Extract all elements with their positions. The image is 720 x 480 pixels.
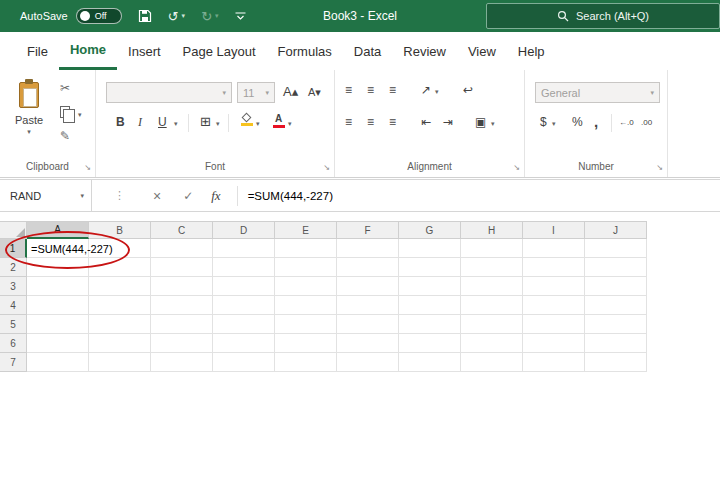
cell-C6[interactable] [151,334,213,353]
orientation-dropdown-icon[interactable]: ▾ [435,88,439,96]
autosave-toggle[interactable]: Off [76,8,122,24]
cell-C3[interactable] [151,277,213,296]
tab-data[interactable]: Data [343,32,392,70]
cell-C2[interactable] [151,258,213,277]
merge-dropdown-icon[interactable]: ▾ [491,120,495,128]
cell-C5[interactable] [151,315,213,334]
number-dialog-launcher-icon[interactable]: ↘ [656,163,663,172]
align-right-icon[interactable]: ≡ [389,116,396,128]
undo-dropdown-icon[interactable]: ▾ [182,12,186,20]
cell-E4[interactable] [275,296,337,315]
cell-I1[interactable] [523,239,585,258]
cell-G3[interactable] [399,277,461,296]
paste-button[interactable]: Paste ▾ [8,78,50,156]
paste-dropdown-icon[interactable]: ▾ [27,128,31,136]
cell-I6[interactable] [523,334,585,353]
column-header-C[interactable]: C [151,221,213,239]
cell-F6[interactable] [337,334,399,353]
cell-F7[interactable] [337,353,399,372]
align-center-icon[interactable]: ≡ [367,116,374,128]
save-icon[interactable] [138,9,152,23]
align-left-icon[interactable]: ≡ [345,116,352,128]
tab-insert[interactable]: Insert [117,32,172,70]
decrease-indent-icon[interactable]: ⇤ [421,116,431,128]
currency-format-icon[interactable]: $ [540,116,547,128]
cell-C7[interactable] [151,353,213,372]
tab-review[interactable]: Review [392,32,457,70]
tab-page-layout[interactable]: Page Layout [172,32,267,70]
confirm-entry-icon[interactable]: ✓ [183,189,193,203]
row-header-4[interactable]: 4 [0,296,27,315]
shrink-font-icon[interactable]: A▾ [308,87,321,98]
row-header-5[interactable]: 5 [0,315,27,334]
tab-home[interactable]: Home [59,32,117,70]
cancel-entry-icon[interactable]: × [153,188,161,204]
cell-G4[interactable] [399,296,461,315]
cell-a1-value[interactable]: =SUM(444,-227) [31,243,113,255]
column-header-B[interactable]: B [89,221,151,239]
cell-J4[interactable] [585,296,647,315]
column-header-J[interactable]: J [585,221,647,239]
name-box[interactable]: RAND ▾ [0,180,92,211]
cell-H4[interactable] [461,296,523,315]
cell-I4[interactable] [523,296,585,315]
cell-F5[interactable] [337,315,399,334]
cell-C1[interactable] [151,239,213,258]
copy-dropdown-icon[interactable]: ▾ [78,111,82,119]
fill-color-icon[interactable] [240,113,253,127]
cell-D5[interactable] [213,315,275,334]
formula-bar-handle-icon[interactable]: ⋮ [114,189,125,202]
cell-F4[interactable] [337,296,399,315]
cell-D3[interactable] [213,277,275,296]
cell-E5[interactable] [275,315,337,334]
tab-help[interactable]: Help [507,32,556,70]
cell-G1[interactable] [399,239,461,258]
search-box[interactable]: Search (Alt+Q) [486,3,720,29]
cell-B3[interactable] [89,277,151,296]
column-header-G[interactable]: G [399,221,461,239]
cell-B2[interactable] [89,258,151,277]
bold-button[interactable]: B [116,116,125,128]
row-header-6[interactable]: 6 [0,334,27,353]
underline-dropdown-icon[interactable]: ▾ [174,120,178,128]
cell-G6[interactable] [399,334,461,353]
tab-view[interactable]: View [457,32,507,70]
cell-F1[interactable] [337,239,399,258]
cell-H6[interactable] [461,334,523,353]
font-size-combobox[interactable]: 11 ▾ [237,82,275,103]
align-middle-icon[interactable]: ≡ [367,84,374,96]
column-header-I[interactable]: I [523,221,585,239]
borders-icon[interactable]: ⊞ [200,115,211,128]
cell-J5[interactable] [585,315,647,334]
currency-dropdown-icon[interactable]: ▾ [552,120,556,128]
cell-B5[interactable] [89,315,151,334]
borders-dropdown-icon[interactable]: ▾ [216,120,220,128]
tab-formulas[interactable]: Formulas [267,32,343,70]
cell-I7[interactable] [523,353,585,372]
select-all-button[interactable] [0,221,27,239]
cell-H1[interactable] [461,239,523,258]
cell-D4[interactable] [213,296,275,315]
font-dialog-launcher-icon[interactable]: ↘ [323,163,330,172]
cell-B4[interactable] [89,296,151,315]
row-header-1[interactable]: 1 [0,239,27,258]
cell-F2[interactable] [337,258,399,277]
underline-button[interactable]: U [158,116,167,128]
decrease-decimal-icon[interactable]: .00 [641,119,652,127]
align-top-icon[interactable]: ≡ [345,84,352,96]
clipboard-dialog-launcher-icon[interactable]: ↘ [84,163,91,172]
font-name-combobox[interactable]: ▾ [106,82,232,103]
column-header-H[interactable]: H [461,221,523,239]
font-color-dropdown-icon[interactable]: ▾ [288,120,292,128]
increase-indent-icon[interactable]: ⇥ [443,116,453,128]
cell-A6[interactable] [27,334,89,353]
cell-J1[interactable] [585,239,647,258]
cell-A4[interactable] [27,296,89,315]
cut-icon[interactable]: ✂ [60,82,70,94]
grow-font-icon[interactable]: A▴ [283,85,298,98]
cell-A5[interactable] [27,315,89,334]
cell-D2[interactable] [213,258,275,277]
cell-A2[interactable] [27,258,89,277]
cell-I3[interactable] [523,277,585,296]
italic-button[interactable]: I [138,116,142,128]
